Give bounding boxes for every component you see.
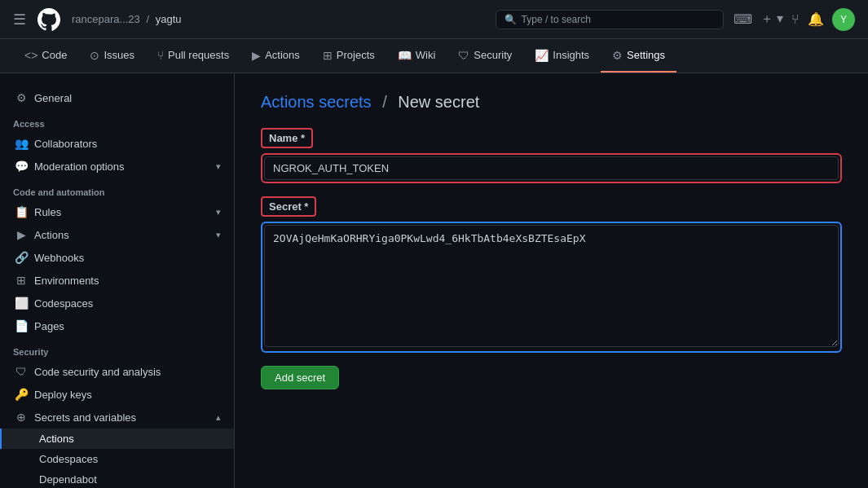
search-icon: 🔍 [504, 14, 517, 25]
sidebar: ⚙ General Access 👥 Collaborators 💬 Moder… [0, 73, 235, 488]
rules-label: Rules [34, 206, 61, 218]
github-logo [36, 7, 62, 33]
tab-wiki[interactable]: 📖 Wiki [386, 39, 447, 73]
insights-icon: 📈 [535, 49, 549, 62]
sidebar-item-deploy-keys[interactable]: 🔑 Deploy keys [0, 383, 234, 406]
sidebar-item-code-security[interactable]: 🛡 Code security and analysis [0, 360, 234, 383]
name-input-wrapper [261, 153, 842, 183]
actions-label: Actions [34, 229, 69, 241]
code-security-label: Code security and analysis [34, 366, 161, 378]
sidebar-item-secrets-variables[interactable]: ⊕ Secrets and variables ▴ [0, 406, 234, 429]
sidebar-item-pages[interactable]: 📄 Pages [0, 314, 234, 337]
sidebar-item-webhooks[interactable]: 🔗 Webhooks [0, 246, 234, 269]
security-section-label: Security [0, 337, 234, 360]
breadcrumb-separator: / [382, 93, 387, 111]
bell-icon[interactable]: 🔔 [808, 11, 824, 27]
plus-icon[interactable]: ＋ ▾ [760, 11, 783, 28]
wiki-icon: 📖 [398, 49, 412, 62]
pages-icon: 📄 [15, 319, 28, 332]
codespaces-icon: ⬜ [15, 297, 28, 310]
repo-name-link[interactable]: yagtu [156, 13, 182, 25]
actions-side-icon: ▶ [15, 228, 28, 241]
secret-section: Secret * [261, 196, 842, 353]
secret-label: Secret * [269, 200, 308, 213]
add-secret-button[interactable]: Add secret [261, 366, 339, 389]
environments-label: Environments [34, 275, 99, 287]
sidebar-item-moderation[interactable]: 💬 Moderation options ▾ [0, 155, 234, 178]
webhooks-icon: 🔗 [15, 251, 28, 264]
sidebar-item-codespaces[interactable]: ⬜ Codespaces [0, 292, 234, 314]
avatar[interactable]: Y [832, 8, 855, 31]
rules-icon: 📋 [15, 205, 28, 218]
moderation-icon: 💬 [15, 160, 28, 173]
tab-pull-requests[interactable]: ⑂ Pull requests [146, 39, 240, 73]
actions-icon: ▶ [252, 49, 261, 62]
repo-path: rancepara...23 / yagtu [72, 13, 182, 25]
hamburger-icon[interactable]: ☰ [13, 11, 26, 29]
tab-security[interactable]: 🛡 Security [447, 39, 523, 73]
main-layout: ⚙ General Access 👥 Collaborators 💬 Moder… [0, 73, 868, 488]
secrets-chevron: ▴ [216, 412, 221, 423]
secret-textarea[interactable] [264, 225, 839, 347]
sidebar-item-rules[interactable]: 📋 Rules ▾ [0, 200, 234, 223]
fork-icon[interactable]: ⑂ [791, 12, 800, 27]
access-section-label: Access [0, 109, 234, 132]
breadcrumb: Actions secrets / New secret [261, 93, 842, 112]
moderation-label: Moderation options [34, 160, 125, 173]
content-area: Actions secrets / New secret Name * Secr… [235, 73, 868, 488]
environments-icon: ⊞ [15, 274, 28, 287]
deploy-keys-label: Deploy keys [34, 389, 92, 401]
code-security-icon: 🛡 [15, 365, 28, 378]
top-nav: ☰ rancepara...23 / yagtu 🔍 Type / to sea… [0, 0, 868, 39]
terminal-icon[interactable]: ⌨ [734, 11, 752, 27]
name-label-box: Name * [261, 128, 313, 148]
sidebar-sub-dependabot[interactable]: Dependabot [0, 469, 234, 488]
sidebar-item-collaborators[interactable]: 👥 Collaborators [0, 132, 234, 155]
tab-projects[interactable]: ⊞ Projects [311, 39, 386, 73]
search-placeholder: Type / to search [522, 14, 591, 25]
sidebar-item-environments[interactable]: ⊞ Environments [0, 269, 234, 292]
tab-issues[interactable]: ⊙ Issues [78, 39, 146, 73]
tab-actions[interactable]: ▶ Actions [240, 39, 311, 73]
tab-code[interactable]: <> Code [13, 39, 78, 73]
actions-chevron: ▾ [216, 230, 221, 240]
pages-label: Pages [34, 320, 64, 332]
tab-insights[interactable]: 📈 Insights [523, 39, 601, 73]
sidebar-sub-actions[interactable]: Actions [0, 429, 234, 449]
sidebar-sub-codespaces[interactable]: Codespaces [0, 449, 234, 469]
codespaces-label: Codespaces [34, 297, 93, 310]
repo-nav: <> Code ⊙ Issues ⑂ Pull requests ▶ Actio… [0, 39, 868, 73]
breadcrumb-link[interactable]: Actions secrets [261, 93, 372, 111]
actions-sub-label: Actions [39, 433, 74, 445]
search-bar[interactable]: 🔍 Type / to search [496, 10, 724, 29]
secrets-label: Secrets and variables [34, 411, 136, 424]
sidebar-item-general[interactable]: ⚙ General [0, 86, 234, 109]
rules-chevron: ▾ [216, 207, 221, 218]
collaborators-label: Collaborators [34, 138, 97, 150]
issues-icon: ⊙ [90, 49, 99, 62]
breadcrumb-current: New secret [398, 93, 479, 111]
general-icon: ⚙ [15, 91, 28, 104]
moderation-chevron: ▾ [216, 161, 221, 172]
collaborators-icon: 👥 [15, 137, 28, 150]
code-automation-label: Code and automation [0, 178, 234, 200]
top-nav-icons: ⌨ ＋ ▾ ⑂ 🔔 Y [734, 8, 855, 31]
projects-icon: ⊞ [323, 49, 333, 62]
name-input[interactable] [264, 156, 839, 180]
tab-settings[interactable]: ⚙ Settings [601, 39, 676, 73]
codespaces-sub-label: Codespaces [39, 453, 98, 465]
secrets-icon: ⊕ [15, 411, 28, 424]
dependabot-sub-label: Dependabot [39, 473, 97, 486]
code-icon: <> [24, 49, 37, 62]
pr-icon: ⑂ [157, 49, 164, 62]
settings-icon: ⚙ [612, 49, 623, 62]
deploy-keys-icon: 🔑 [15, 388, 28, 401]
name-section: Name * [261, 128, 842, 183]
sidebar-item-actions[interactable]: ▶ Actions ▾ [0, 223, 234, 246]
secret-textarea-wrapper [261, 222, 842, 353]
security-icon: 🛡 [458, 49, 469, 62]
name-label: Name * [269, 132, 305, 144]
secret-label-box: Secret * [261, 196, 316, 217]
sidebar-general-label: General [34, 92, 72, 104]
webhooks-label: Webhooks [34, 252, 84, 264]
